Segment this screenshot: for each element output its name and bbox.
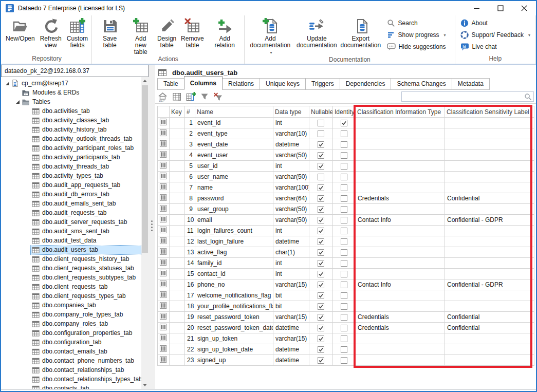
remove-table-button[interactable]: Removetable (179, 15, 206, 55)
data-type-cell[interactable]: datetime (273, 236, 309, 247)
classification-info-type-cell[interactable] (356, 355, 445, 366)
checkbox-checked[interactable] (318, 346, 324, 353)
add-documentation-button[interactable]: Adddocumentation ▾ (246, 15, 294, 56)
identity-cell[interactable] (333, 279, 356, 290)
name-cell[interactable]: user_name (195, 172, 273, 182)
tree-item-dbo-companies-tab[interactable]: dbo.companies_tab (1, 301, 149, 310)
column-row-user-group[interactable]: 9user_groupvarchar(50) (158, 204, 534, 215)
classification-sensitivity-cell[interactable]: Confidential (445, 193, 530, 204)
data-type-cell[interactable]: int (273, 258, 309, 269)
nullable-cell[interactable] (309, 182, 333, 193)
support-feedback-button[interactable]: Support/ Feedback▾ (460, 31, 530, 39)
data-type-cell[interactable]: int (273, 226, 309, 236)
tree-item-dbo-audit-app-requests-tab[interactable]: dbo.audit_app_requests_tab (1, 180, 149, 190)
nullable-cell[interactable] (309, 236, 333, 247)
name-cell[interactable]: name (195, 182, 273, 193)
classification-sensitivity-cell[interactable] (445, 333, 530, 344)
identity-cell[interactable] (333, 312, 356, 323)
data-type-cell[interactable]: int (273, 269, 309, 279)
column-row-phone-no[interactable]: 16phone_novarchar(15)Contact InfoConfide… (158, 279, 534, 290)
column-row-reset-password-token[interactable]: 19reset_password_tokenvarchar(15)Credent… (158, 312, 534, 323)
classification-sensitivity-cell[interactable] (445, 290, 530, 301)
tree-item-dbo-audit-sms-sent-tab[interactable]: dbo.audit_sms_sent_tab (1, 227, 149, 236)
checkbox-checked[interactable] (318, 271, 324, 277)
classification-info-type-cell[interactable] (356, 118, 445, 128)
classification-sensitivity-cell[interactable] (445, 161, 530, 172)
identity-cell[interactable] (333, 290, 356, 301)
name-cell[interactable]: event_id (195, 118, 273, 128)
tree-item-dbo-activity-participant-roles-tab[interactable]: dbo.activity_participant_roles_tab (1, 143, 149, 153)
identity-cell[interactable] (333, 118, 356, 128)
classification-info-type-cell[interactable] (356, 301, 445, 312)
checkbox[interactable] (341, 206, 347, 213)
data-type-cell[interactable]: datetime (273, 139, 309, 150)
column-row-name[interactable]: 7namevarchar(100) (158, 182, 534, 193)
col-header-key[interactable]: Key (170, 106, 185, 118)
classification-sensitivity-cell[interactable] (445, 204, 530, 215)
identity-cell[interactable] (333, 215, 356, 226)
col-header-name[interactable]: Name (195, 106, 273, 118)
grid-add-icon[interactable] (186, 92, 196, 101)
tree-item-dbo-activity-classes-tab[interactable]: dbo.activity_classes_tab (1, 116, 149, 125)
nullable-cell[interactable] (309, 312, 333, 323)
tree-item-dbo-client-requests-tab[interactable]: dbo.client_requests_tab (1, 282, 149, 291)
checkbox-checked[interactable] (318, 141, 324, 148)
save-table-button[interactable]: Save table (93, 15, 126, 55)
sidebar-scrollbar[interactable] (141, 77, 149, 389)
tree-item-dbo-audit-emails-sent-tab[interactable]: dbo.audit_emails_sent_tab (1, 199, 149, 208)
checkbox[interactable] (341, 260, 347, 267)
design-table-button[interactable]: Designtable (155, 15, 178, 55)
identity-cell[interactable] (333, 150, 356, 161)
name-cell[interactable]: contact_id (195, 269, 273, 279)
identity-cell[interactable] (333, 161, 356, 172)
grid-search-input[interactable] (403, 92, 524, 101)
tree-item-dbo-client-requests-statuses-tab[interactable]: dbo.client_requests_statuses_tab (1, 264, 149, 273)
column-row-last-login-failure[interactable]: 12last_login_failuredatetime (158, 236, 534, 247)
name-cell[interactable]: your_profile_notifications_flag (195, 301, 273, 312)
checkbox[interactable] (341, 152, 347, 159)
tab-schema-changes[interactable]: Schema Changes (391, 78, 452, 90)
checkbox-checked[interactable] (318, 325, 324, 331)
classification-info-type-cell[interactable]: Contact Info (356, 215, 445, 226)
nullable-cell[interactable] (309, 204, 333, 215)
identity-cell[interactable] (333, 344, 356, 355)
classification-info-type-cell[interactable] (356, 290, 445, 301)
name-cell[interactable]: event_type (195, 128, 273, 139)
column-row-email[interactable]: 10emailvarchar(50)Contact InfoConfidenti… (158, 215, 534, 226)
classification-sensitivity-cell[interactable] (445, 258, 530, 269)
nullable-cell[interactable] (309, 215, 333, 226)
column-row-login-failures-count[interactable]: 11login_failures_countint (158, 226, 534, 236)
show-progress-button[interactable]: Show progress▾ (387, 31, 450, 39)
name-cell[interactable]: sign_up_token_date (195, 344, 273, 355)
classification-sensitivity-cell[interactable] (445, 269, 530, 279)
name-cell[interactable]: reset_password_token_date (195, 323, 273, 333)
name-cell[interactable]: family_id (195, 258, 273, 269)
col-header-blank[interactable]: # (185, 106, 195, 118)
tree-item-dbo-activity-history-tab[interactable]: dbo.activity_history_tab (1, 125, 149, 134)
classification-sensitivity-cell[interactable] (445, 247, 530, 258)
checkbox[interactable] (341, 292, 347, 299)
classification-info-type-cell[interactable]: Credentials (356, 312, 445, 323)
nullable-cell[interactable] (309, 128, 333, 139)
classification-sensitivity-cell[interactable] (445, 236, 530, 247)
classification-sensitivity-cell[interactable] (445, 355, 530, 366)
nullable-cell[interactable] (309, 355, 333, 366)
nullable-cell[interactable] (309, 290, 333, 301)
name-cell[interactable]: signed_up (195, 355, 273, 366)
search-button[interactable]: Search (387, 19, 450, 27)
export-documentation-button[interactable]: Exportdocumentation (339, 15, 382, 56)
data-type-cell[interactable]: int (273, 161, 309, 172)
column-row-user-name[interactable]: 6user_namevarchar(50) (158, 172, 534, 182)
data-type-cell[interactable]: varchar(64) (273, 193, 309, 204)
hide-suggestions-button[interactable]: Hide suggestions (387, 43, 450, 51)
checkbox[interactable] (341, 271, 347, 277)
checkbox-checked[interactable] (318, 184, 324, 191)
data-type-cell[interactable]: bit (273, 290, 309, 301)
name-cell[interactable]: user_group (195, 204, 273, 215)
checkbox[interactable] (341, 314, 347, 321)
checkbox-checked[interactable] (318, 228, 324, 234)
checkbox[interactable] (341, 195, 347, 202)
name-cell[interactable]: reset_password_token (195, 312, 273, 323)
checkbox[interactable] (341, 174, 347, 180)
classification-info-type-cell[interactable] (356, 226, 445, 236)
